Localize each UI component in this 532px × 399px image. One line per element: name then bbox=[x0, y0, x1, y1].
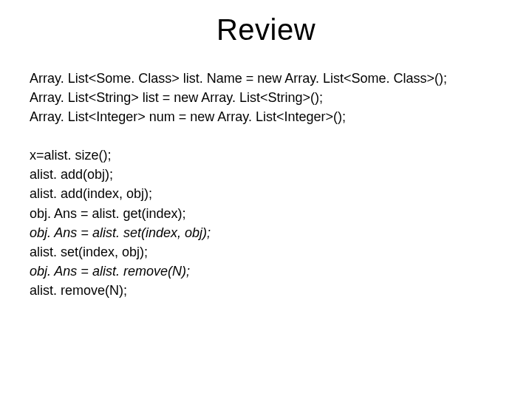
code-line: obj. Ans = alist. remove(N); bbox=[30, 262, 502, 281]
operations-block: x=alist. size(); alist. add(obj); alist.… bbox=[30, 146, 502, 300]
code-line: alist. remove(N); bbox=[30, 281, 502, 300]
code-line: obj. Ans = alist. set(index, obj); bbox=[30, 223, 502, 242]
code-line: Array. List<String> list = new Array. Li… bbox=[30, 88, 502, 107]
code-line: Array. List<Some. Class> list. Name = ne… bbox=[30, 69, 502, 88]
code-line: alist. add(index, obj); bbox=[30, 184, 502, 203]
code-line: alist. add(obj); bbox=[30, 165, 502, 184]
code-line: obj. Ans = alist. get(index); bbox=[30, 204, 502, 223]
code-line: alist. set(index, obj); bbox=[30, 242, 502, 262]
code-line: Array. List<Integer> num = new Array. Li… bbox=[30, 107, 502, 126]
slide-body: Array. List<Some. Class> list. Name = ne… bbox=[0, 69, 532, 300]
code-line: x=alist. size(); bbox=[30, 146, 502, 165]
slide-title: Review bbox=[0, 0, 532, 69]
declarations-block: Array. List<Some. Class> list. Name = ne… bbox=[30, 69, 502, 126]
slide: Review Array. List<Some. Class> list. Na… bbox=[0, 0, 532, 399]
